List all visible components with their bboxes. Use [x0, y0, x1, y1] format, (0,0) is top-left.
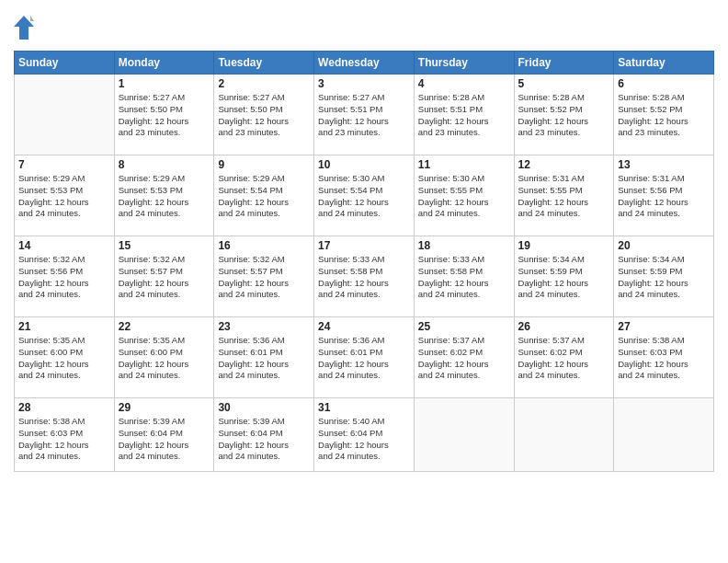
day-cell: 26Sunrise: 5:37 AM Sunset: 6:02 PM Dayli…	[514, 317, 614, 398]
day-number: 22	[119, 320, 210, 333]
day-cell: 25Sunrise: 5:37 AM Sunset: 6:02 PM Dayli…	[414, 317, 514, 398]
day-number: 27	[618, 320, 710, 333]
day-number: 13	[618, 158, 710, 171]
day-cell	[514, 398, 614, 472]
day-cell: 8Sunrise: 5:29 AM Sunset: 5:53 PM Daylig…	[114, 155, 214, 236]
header	[14, 14, 714, 41]
week-row-1: 1Sunrise: 5:27 AM Sunset: 5:50 PM Daylig…	[15, 75, 714, 155]
day-info: Sunrise: 5:32 AM Sunset: 5:57 PM Dayligh…	[119, 254, 210, 301]
day-number: 8	[119, 158, 210, 171]
week-row-3: 14Sunrise: 5:32 AM Sunset: 5:56 PM Dayli…	[15, 236, 714, 317]
day-number: 21	[18, 320, 110, 333]
day-cell: 12Sunrise: 5:31 AM Sunset: 5:55 PM Dayli…	[514, 155, 614, 236]
day-info: Sunrise: 5:31 AM Sunset: 5:55 PM Dayligh…	[518, 173, 610, 220]
day-number: 12	[518, 158, 610, 171]
day-number: 30	[218, 401, 310, 414]
week-row-5: 28Sunrise: 5:38 AM Sunset: 6:03 PM Dayli…	[15, 398, 714, 472]
day-info: Sunrise: 5:27 AM Sunset: 5:50 PM Dayligh…	[119, 92, 210, 139]
week-row-4: 21Sunrise: 5:35 AM Sunset: 6:00 PM Dayli…	[15, 317, 714, 398]
day-cell	[414, 398, 514, 472]
day-info: Sunrise: 5:32 AM Sunset: 5:57 PM Dayligh…	[218, 254, 310, 301]
day-info: Sunrise: 5:36 AM Sunset: 6:01 PM Dayligh…	[218, 335, 310, 382]
day-cell: 30Sunrise: 5:39 AM Sunset: 6:04 PM Dayli…	[214, 398, 314, 472]
day-cell: 15Sunrise: 5:32 AM Sunset: 5:57 PM Dayli…	[114, 236, 214, 317]
day-number: 20	[618, 239, 710, 252]
day-cell: 2Sunrise: 5:27 AM Sunset: 5:50 PM Daylig…	[214, 75, 314, 155]
weekday-header-monday: Monday	[114, 52, 214, 75]
day-cell: 13Sunrise: 5:31 AM Sunset: 5:56 PM Dayli…	[614, 155, 714, 236]
day-info: Sunrise: 5:28 AM Sunset: 5:51 PM Dayligh…	[418, 92, 510, 139]
day-info: Sunrise: 5:27 AM Sunset: 5:51 PM Dayligh…	[318, 92, 410, 139]
day-number: 24	[318, 320, 410, 333]
day-number: 23	[218, 320, 310, 333]
day-info: Sunrise: 5:28 AM Sunset: 5:52 PM Dayligh…	[518, 92, 610, 139]
day-cell: 23Sunrise: 5:36 AM Sunset: 6:01 PM Dayli…	[214, 317, 314, 398]
day-cell: 20Sunrise: 5:34 AM Sunset: 5:59 PM Dayli…	[614, 236, 714, 317]
day-cell: 18Sunrise: 5:33 AM Sunset: 5:58 PM Dayli…	[414, 236, 514, 317]
day-number: 14	[18, 239, 110, 252]
weekday-header-thursday: Thursday	[414, 52, 514, 75]
day-number: 31	[318, 401, 410, 414]
day-info: Sunrise: 5:27 AM Sunset: 5:50 PM Dayligh…	[218, 92, 310, 139]
day-cell: 7Sunrise: 5:29 AM Sunset: 5:53 PM Daylig…	[15, 155, 115, 236]
day-info: Sunrise: 5:36 AM Sunset: 6:01 PM Dayligh…	[318, 335, 410, 382]
day-info: Sunrise: 5:40 AM Sunset: 6:04 PM Dayligh…	[318, 416, 410, 463]
day-cell: 17Sunrise: 5:33 AM Sunset: 5:58 PM Dayli…	[314, 236, 415, 317]
day-number: 5	[518, 77, 610, 90]
page: SundayMondayTuesdayWednesdayThursdayFrid…	[0, 0, 728, 563]
logo-icon	[14, 14, 34, 41]
day-cell: 29Sunrise: 5:39 AM Sunset: 6:04 PM Dayli…	[114, 398, 214, 472]
day-info: Sunrise: 5:34 AM Sunset: 5:59 PM Dayligh…	[518, 254, 610, 301]
day-cell: 10Sunrise: 5:30 AM Sunset: 5:54 PM Dayli…	[314, 155, 415, 236]
day-number: 3	[318, 77, 410, 90]
day-number: 2	[218, 77, 310, 90]
day-number: 17	[318, 239, 410, 252]
svg-marker-1	[30, 16, 34, 21]
day-info: Sunrise: 5:33 AM Sunset: 5:58 PM Dayligh…	[318, 254, 410, 301]
day-info: Sunrise: 5:29 AM Sunset: 5:53 PM Dayligh…	[119, 173, 210, 220]
day-number: 18	[418, 239, 510, 252]
day-info: Sunrise: 5:37 AM Sunset: 6:02 PM Dayligh…	[418, 335, 510, 382]
day-cell: 31Sunrise: 5:40 AM Sunset: 6:04 PM Dayli…	[314, 398, 415, 472]
day-info: Sunrise: 5:33 AM Sunset: 5:58 PM Dayligh…	[418, 254, 510, 301]
day-info: Sunrise: 5:39 AM Sunset: 6:04 PM Dayligh…	[218, 416, 310, 463]
day-number: 9	[218, 158, 310, 171]
weekday-header-tuesday: Tuesday	[214, 52, 314, 75]
weekday-header-friday: Friday	[514, 52, 614, 75]
weekday-header-sunday: Sunday	[15, 52, 115, 75]
day-number: 1	[119, 77, 210, 90]
day-info: Sunrise: 5:34 AM Sunset: 5:59 PM Dayligh…	[618, 254, 710, 301]
day-info: Sunrise: 5:30 AM Sunset: 5:55 PM Dayligh…	[418, 173, 510, 220]
day-info: Sunrise: 5:31 AM Sunset: 5:56 PM Dayligh…	[618, 173, 710, 220]
day-info: Sunrise: 5:37 AM Sunset: 6:02 PM Dayligh…	[518, 335, 610, 382]
day-number: 25	[418, 320, 510, 333]
day-info: Sunrise: 5:29 AM Sunset: 5:53 PM Dayligh…	[18, 173, 110, 220]
day-cell: 21Sunrise: 5:35 AM Sunset: 6:00 PM Dayli…	[15, 317, 115, 398]
day-cell: 22Sunrise: 5:35 AM Sunset: 6:00 PM Dayli…	[114, 317, 214, 398]
day-cell: 3Sunrise: 5:27 AM Sunset: 5:51 PM Daylig…	[314, 75, 415, 155]
day-cell: 16Sunrise: 5:32 AM Sunset: 5:57 PM Dayli…	[214, 236, 314, 317]
day-number: 28	[18, 401, 110, 414]
day-cell: 19Sunrise: 5:34 AM Sunset: 5:59 PM Dayli…	[514, 236, 614, 317]
day-cell: 9Sunrise: 5:29 AM Sunset: 5:54 PM Daylig…	[214, 155, 314, 236]
day-number: 4	[418, 77, 510, 90]
day-cell: 27Sunrise: 5:38 AM Sunset: 6:03 PM Dayli…	[614, 317, 714, 398]
day-cell: 1Sunrise: 5:27 AM Sunset: 5:50 PM Daylig…	[114, 75, 214, 155]
day-cell: 4Sunrise: 5:28 AM Sunset: 5:51 PM Daylig…	[414, 75, 514, 155]
day-number: 7	[18, 158, 110, 171]
day-number: 26	[518, 320, 610, 333]
day-number: 29	[119, 401, 210, 414]
day-cell: 5Sunrise: 5:28 AM Sunset: 5:52 PM Daylig…	[514, 75, 614, 155]
day-number: 16	[218, 239, 310, 252]
calendar-table: SundayMondayTuesdayWednesdayThursdayFrid…	[14, 51, 714, 472]
weekday-header-saturday: Saturday	[614, 52, 714, 75]
day-cell: 28Sunrise: 5:38 AM Sunset: 6:03 PM Dayli…	[15, 398, 115, 472]
day-number: 11	[418, 158, 510, 171]
day-cell	[614, 398, 714, 472]
day-cell: 14Sunrise: 5:32 AM Sunset: 5:56 PM Dayli…	[15, 236, 115, 317]
day-info: Sunrise: 5:29 AM Sunset: 5:54 PM Dayligh…	[218, 173, 310, 220]
day-info: Sunrise: 5:32 AM Sunset: 5:56 PM Dayligh…	[18, 254, 110, 301]
day-number: 6	[618, 77, 710, 90]
day-info: Sunrise: 5:38 AM Sunset: 6:03 PM Dayligh…	[18, 416, 110, 463]
weekday-header-row: SundayMondayTuesdayWednesdayThursdayFrid…	[15, 52, 714, 75]
